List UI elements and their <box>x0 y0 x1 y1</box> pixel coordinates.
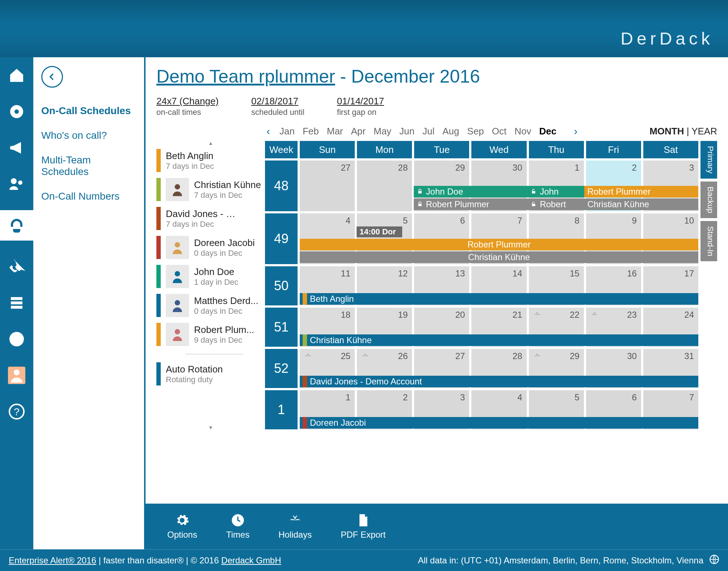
person-item[interactable]: Robert Plum...9 days in Dec <box>156 320 265 349</box>
color-swatch <box>156 265 161 288</box>
month-feb[interactable]: Feb <box>303 126 319 137</box>
month-oct[interactable]: Oct <box>492 126 506 137</box>
globe-icon[interactable] <box>709 554 719 567</box>
assignment-bar[interactable]: John <box>527 186 584 197</box>
color-swatch <box>303 293 307 305</box>
view-month-button[interactable]: MONTH <box>649 126 684 137</box>
assignment-bar[interactable]: Robert Plummer <box>300 239 698 250</box>
month-mar[interactable]: Mar <box>327 126 343 137</box>
day-number: 3 <box>689 163 694 173</box>
meta-hours[interactable]: 24x7 (Change) on-call times <box>156 96 219 117</box>
assignment-bar[interactable]: Doreen Jacobi <box>300 417 698 429</box>
times-button[interactable]: Times <box>226 513 249 540</box>
role-tab-standin[interactable]: Stand-In <box>700 221 717 261</box>
person-item[interactable]: John Doe1 day in Dec <box>156 262 265 291</box>
meta-scheduled[interactable]: 02/18/2017 scheduled until <box>251 96 304 117</box>
team-name-link[interactable]: Demo Team rplummer <box>156 66 335 87</box>
assignment-bar[interactable]: Beth Anglin <box>300 293 698 305</box>
sidebar-item-schedules[interactable]: On-Call Schedules <box>41 99 138 123</box>
role-tab-primary[interactable]: Primary <box>700 141 717 179</box>
holidays-button[interactable]: Holidays <box>278 513 312 540</box>
month-apr[interactable]: Apr <box>351 126 366 137</box>
nav-remote[interactable] <box>7 257 27 277</box>
color-swatch <box>156 178 161 201</box>
nav-profile[interactable] <box>7 365 27 385</box>
assignment-bar[interactable]: Robert Plummer <box>414 199 528 210</box>
month-sep[interactable]: Sep <box>467 126 484 137</box>
people-list: ▲ Beth Anglin7 days in DecChristian Kühn… <box>156 124 265 430</box>
avatar <box>166 178 189 201</box>
view-year-button[interactable]: YEAR <box>691 126 717 137</box>
day-number: 5 <box>403 216 408 226</box>
assignment-bar[interactable]: Christian Kühne <box>300 334 698 346</box>
person-name: David Jones - Demo... <box>166 208 238 220</box>
next-month-button[interactable]: › <box>572 125 579 137</box>
options-button[interactable]: Options <box>167 513 197 540</box>
top-banner: DerDack <box>0 0 728 57</box>
assignment-bar[interactable]: David Jones - Demo Account <box>300 376 698 387</box>
svg-point-3 <box>18 180 22 185</box>
footer-timezone: All data in: (UTC +01) Amsterdam, Berlin… <box>418 555 703 566</box>
role-tab-backup[interactable]: Backup <box>700 182 717 218</box>
day-number: 28 <box>513 351 522 361</box>
nav-teams[interactable] <box>7 174 27 194</box>
assignment-bar[interactable]: Robert <box>527 199 584 210</box>
assignment-bar[interactable]: Christian Kühne <box>300 251 698 263</box>
meta-gap[interactable]: 01/14/2017 first gap on <box>337 96 384 117</box>
day-cell[interactable]: 27 <box>300 161 355 211</box>
calendar-grid: WeekSunMonTueWedThuFriSat4827282930123Jo… <box>265 141 698 429</box>
svg-point-11 <box>175 242 180 247</box>
nav-oncall-active[interactable] <box>0 210 33 241</box>
day-number: 12 <box>398 268 408 279</box>
day-number: 13 <box>455 268 465 279</box>
nav-rail: ? <box>0 57 33 549</box>
avatar <box>166 265 189 288</box>
day-number: 7 <box>517 216 522 226</box>
day-header: Sat <box>643 141 698 158</box>
nav-reports[interactable] <box>7 329 27 349</box>
nav-help[interactable]: ? <box>7 401 27 422</box>
month-aug[interactable]: Aug <box>442 126 459 137</box>
day-number: 3 <box>460 392 465 403</box>
scroll-down-icon[interactable]: ▼ <box>156 425 265 430</box>
nav-alerts[interactable] <box>7 101 27 122</box>
person-item[interactable]: Doreen Jacobi0 days in Dec <box>156 233 265 262</box>
month-jun[interactable]: Jun <box>399 126 415 137</box>
person-name: John Doe <box>194 266 238 278</box>
auto-rotation-item[interactable]: Auto Rotation Rotating duty <box>156 359 265 388</box>
day-cell[interactable]: 28 <box>357 161 412 211</box>
assignment-bar[interactable]: Christian Kühne <box>584 199 698 210</box>
assignment-bar[interactable]: Robert Plummer <box>584 186 698 197</box>
footer-company-link[interactable]: Derdack GmbH <box>221 555 281 565</box>
day-number: 6 <box>460 216 465 226</box>
month-nov[interactable]: Nov <box>514 126 531 137</box>
assignment-label: Robert Plummer <box>426 199 489 209</box>
day-number: 11 <box>341 268 350 279</box>
person-item[interactable]: Beth Anglin7 days in Dec <box>156 146 265 175</box>
sidebar-item-numbers[interactable]: On-Call Numbers <box>41 184 138 209</box>
svg-rect-17 <box>418 204 421 206</box>
month-may[interactable]: May <box>374 126 391 137</box>
footer-product-link[interactable]: Enterprise Alert® 2016 <box>9 555 96 565</box>
meta-scheduled-value: 02/18/2017 <box>251 96 304 107</box>
month-dec[interactable]: Dec <box>539 126 557 137</box>
month-jan[interactable]: Jan <box>279 126 295 137</box>
auto-rotation-name: Auto Rotation <box>166 364 223 375</box>
person-item[interactable]: Christian Kühne7 days in Dec <box>156 175 265 204</box>
person-item[interactable]: David Jones - Demo...7 days in Dec <box>156 204 265 233</box>
nav-servers[interactable] <box>7 293 27 313</box>
prev-month-button[interactable]: ‹ <box>265 125 272 137</box>
month-jul[interactable]: Jul <box>422 126 434 137</box>
person-item[interactable]: Matthes Derd...0 days in Dec <box>156 291 265 320</box>
sidebar-item-multi-team[interactable]: Multi-Team Schedules <box>41 148 138 184</box>
back-button[interactable] <box>41 66 63 88</box>
pdf-export-button[interactable]: PDF Export <box>341 513 386 540</box>
scroll-up-icon[interactable]: ▲ <box>156 140 265 146</box>
sidebar-item-whos-on-call[interactable]: Who's on call? <box>41 123 138 148</box>
assignment-bar[interactable]: John Doe <box>414 186 528 197</box>
calendar: ‹ JanFebMarAprMayJunJulAugSepOctNovDec ›… <box>265 124 717 430</box>
nav-announce[interactable] <box>7 138 27 158</box>
assignment-label: John Doe <box>426 187 463 197</box>
nav-home[interactable] <box>7 65 27 86</box>
footer: Enterprise Alert® 2016 | faster than dis… <box>0 549 728 571</box>
